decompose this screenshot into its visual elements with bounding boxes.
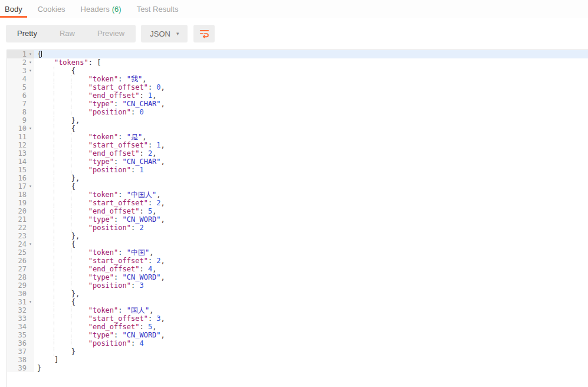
code-line[interactable]: 13 "end_offset": 2, xyxy=(7,149,588,158)
code-line[interactable]: 35 "type": "CN_WORD", xyxy=(7,331,588,339)
view-mode-pretty[interactable]: Pretty xyxy=(6,25,48,42)
code-line[interactable]: 39} xyxy=(7,364,588,372)
fold-caret-icon[interactable]: ▾ xyxy=(27,240,34,248)
code-content[interactable]: }, xyxy=(34,174,588,182)
code-line[interactable]: 8 "position": 0 xyxy=(7,108,588,116)
code-line[interactable]: 17▾ { xyxy=(7,182,588,191)
code-line[interactable]: 36 "position": 4 xyxy=(7,339,588,347)
code-content[interactable]: }, xyxy=(34,116,588,124)
code-line[interactable]: 14 "type": "CN_CHAR", xyxy=(7,158,588,166)
code-line[interactable]: 25 "token": "中国", xyxy=(7,248,588,257)
wrap-text-button[interactable] xyxy=(193,25,215,42)
code-line[interactable]: 32 "token": "国人", xyxy=(7,306,588,314)
code-content[interactable]: }, xyxy=(34,232,588,240)
fold-caret-icon[interactable]: ▾ xyxy=(27,50,34,58)
code-content[interactable]: "start_offset": 1, xyxy=(34,141,588,149)
code-line[interactable]: 20 "end_offset": 5, xyxy=(7,207,588,215)
tab-cookies[interactable]: Cookies xyxy=(38,5,65,14)
tab-body[interactable]: Body xyxy=(5,5,22,14)
code-content[interactable]: "token": "国人", xyxy=(34,306,588,314)
code-content[interactable]: "type": "CN_CHAR", xyxy=(34,100,588,108)
fold-caret-empty xyxy=(27,108,34,116)
code-line[interactable]: 22 "position": 2 xyxy=(7,224,588,232)
code-content[interactable]: "position": 4 xyxy=(34,339,588,347)
code-content[interactable]: "start_offset": 3, xyxy=(34,314,588,323)
code-content[interactable]: "token": "中国人", xyxy=(34,191,588,199)
code-content[interactable]: "start_offset": 0, xyxy=(34,83,588,91)
code-line[interactable]: 23 }, xyxy=(7,232,588,240)
code-content[interactable]: } xyxy=(34,364,588,372)
code-content[interactable]: "token": "我", xyxy=(34,75,588,83)
code-line[interactable]: 16 }, xyxy=(7,174,588,182)
code-content[interactable]: { xyxy=(34,124,588,133)
line-number: 38 xyxy=(7,356,27,364)
code-line[interactable]: 28 "type": "CN_WORD", xyxy=(7,273,588,281)
code-line[interactable]: 21 "type": "CN_WORD", xyxy=(7,215,588,224)
code-line[interactable]: 27 "end_offset": 4, xyxy=(7,265,588,273)
code-line[interactable]: 9 }, xyxy=(7,116,588,124)
code-line[interactable]: 1▾{ xyxy=(7,50,588,58)
code-line[interactable]: 5 "start_offset": 0, xyxy=(7,83,588,91)
code-content[interactable]: ] xyxy=(34,356,588,364)
code-line[interactable]: 2▾ "tokens": [ xyxy=(7,58,588,67)
code-line[interactable]: 29 "position": 3 xyxy=(7,281,588,290)
code-line[interactable]: 30 }, xyxy=(7,290,588,298)
line-number: 7 xyxy=(7,100,27,108)
code-content[interactable]: } xyxy=(34,347,588,356)
code-content[interactable]: { xyxy=(34,67,588,75)
code-content[interactable]: { xyxy=(34,240,588,248)
code-content[interactable]: "position": 1 xyxy=(34,166,588,174)
code-content[interactable]: "position": 2 xyxy=(34,224,588,232)
code-line[interactable]: 15 "position": 1 xyxy=(7,166,588,174)
code-content[interactable]: "type": "CN_WORD", xyxy=(34,215,588,224)
code-line[interactable]: 19 "start_offset": 2, xyxy=(7,199,588,207)
code-content[interactable]: "type": "CN_CHAR", xyxy=(34,158,588,166)
code-content[interactable]: }, xyxy=(34,290,588,298)
code-line[interactable]: 33 "start_offset": 3, xyxy=(7,314,588,323)
code-content[interactable]: { xyxy=(34,182,588,191)
code-line[interactable]: 10▾ { xyxy=(7,124,588,133)
tab-test-results[interactable]: Test Results xyxy=(137,5,179,14)
fold-caret-icon[interactable]: ▾ xyxy=(27,298,34,306)
code-line[interactable]: 37 } xyxy=(7,347,588,356)
fold-caret-icon[interactable]: ▾ xyxy=(27,182,34,191)
code-content[interactable]: "start_offset": 2, xyxy=(34,199,588,207)
code-line[interactable]: 31▾ { xyxy=(7,298,588,306)
view-mode-raw[interactable]: Raw xyxy=(48,25,86,42)
line-number: 29 xyxy=(7,281,27,290)
code-content[interactable]: { xyxy=(34,50,588,58)
fold-caret-icon[interactable]: ▾ xyxy=(27,124,34,133)
code-line[interactable]: 24▾ { xyxy=(7,240,588,248)
code-line[interactable]: 38 ] xyxy=(7,356,588,364)
code-content[interactable]: "tokens": [ xyxy=(34,58,588,67)
code-content[interactable]: { xyxy=(34,298,588,306)
code-content[interactable]: "start_offset": 2, xyxy=(34,257,588,265)
fold-caret-icon[interactable]: ▾ xyxy=(27,67,34,75)
code-line[interactable]: 26 "start_offset": 2, xyxy=(7,257,588,265)
code-line[interactable]: 11 "token": "是", xyxy=(7,133,588,141)
line-number: 37 xyxy=(7,347,27,356)
code-line[interactable]: 6 "end_offset": 1, xyxy=(7,91,588,100)
view-mode-preview[interactable]: Preview xyxy=(86,25,136,42)
code-content[interactable]: "end_offset": 1, xyxy=(34,91,588,100)
code-content[interactable]: "end_offset": 4, xyxy=(34,265,588,273)
code-content[interactable]: "end_offset": 2, xyxy=(34,149,588,158)
code-content[interactable]: "end_offset": 5, xyxy=(34,323,588,331)
tab-headers[interactable]: Headers (6) xyxy=(81,5,121,14)
code-content[interactable]: "type": "CN_WORD", xyxy=(34,331,588,339)
language-select[interactable]: JSON ▾ xyxy=(141,25,188,42)
code-content[interactable]: "type": "CN_WORD", xyxy=(34,273,588,281)
code-line[interactable]: 7 "type": "CN_CHAR", xyxy=(7,100,588,108)
code-line[interactable]: 12 "start_offset": 1, xyxy=(7,141,588,149)
code-line[interactable]: 18 "token": "中国人", xyxy=(7,191,588,199)
code-line[interactable]: 4 "token": "我", xyxy=(7,75,588,83)
code-content[interactable]: "token": "中国", xyxy=(34,248,588,257)
fold-caret-icon[interactable]: ▾ xyxy=(27,58,34,67)
code-content[interactable]: "position": 3 xyxy=(34,281,588,290)
code-content[interactable]: "end_offset": 5, xyxy=(34,207,588,215)
code-line[interactable]: 3▾ { xyxy=(7,67,588,75)
line-gutter: 4 xyxy=(7,75,34,83)
code-content[interactable]: "token": "是", xyxy=(34,133,588,141)
code-line[interactable]: 34 "end_offset": 5, xyxy=(7,323,588,331)
code-content[interactable]: "position": 0 xyxy=(34,108,588,116)
